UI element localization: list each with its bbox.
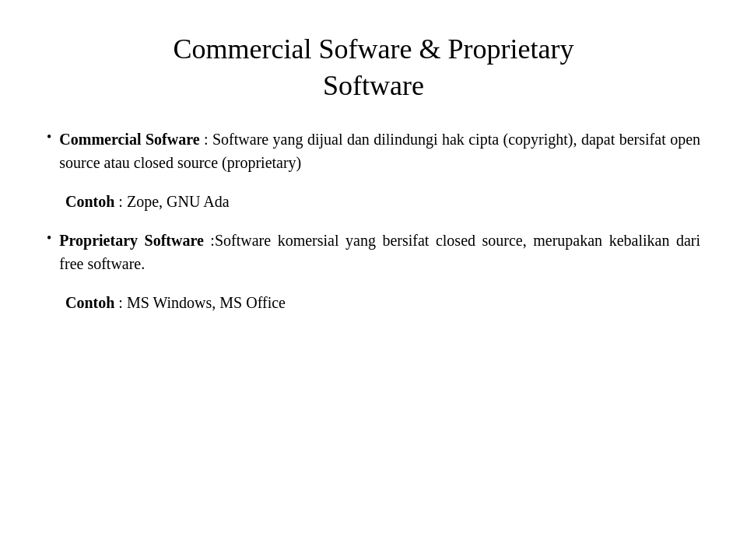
commercial-term: Commercial Sofware [59, 131, 199, 148]
commercial-example-value: Zope, GNU Ada [127, 193, 230, 210]
main-content: • Commercial Sofware : Software yang dij… [47, 128, 700, 330]
bullet-point-2: • [47, 230, 51, 247]
commercial-description: Commercial Sofware : Software yang dijua… [59, 128, 700, 174]
proprietary-example-value: MS Windows, MS Office [127, 294, 286, 311]
commercial-example-label: Contoh [65, 193, 114, 210]
commercial-example: Contoh : Zope, GNU Ada [65, 190, 700, 213]
proprietary-term: Proprietary Software [59, 232, 204, 249]
page-title: Commercial Sofware & Proprietary Softwar… [47, 31, 700, 104]
proprietary-description: Proprietary Software :Software komersial… [59, 229, 700, 275]
bullet-item-proprietary: • Proprietary Software :Software komersi… [47, 229, 700, 275]
proprietary-example: Contoh : MS Windows, MS Office [65, 291, 700, 314]
proprietary-example-label: Contoh [65, 294, 114, 311]
bullet-item-commercial: • Commercial Sofware : Software yang dij… [47, 128, 700, 174]
bullet-point-1: • [47, 129, 51, 145]
